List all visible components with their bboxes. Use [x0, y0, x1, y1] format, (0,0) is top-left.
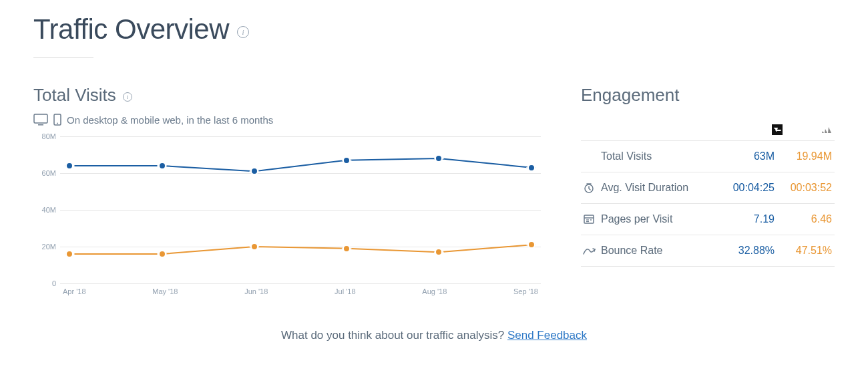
chart-x-tick: Aug '18	[422, 287, 447, 295]
info-icon[interactable]: i	[123, 92, 132, 102]
svg-point-3	[57, 123, 58, 124]
total-visits-subtitle: On desktop & mobile web, in the last 6 m…	[67, 114, 273, 126]
chart-x-axis: Apr '18May '18Jun '18Jul '18Aug '18Sep '…	[60, 287, 541, 295]
engagement-value-b: 6.46	[775, 213, 832, 225]
engagement-label: Bounce Rate	[597, 245, 717, 257]
title-divider	[33, 57, 93, 58]
total-visits-title-text: Total Visits	[33, 85, 116, 106]
svg-rect-0	[34, 114, 47, 123]
engagement-row-total-visits: Total Visits 63M 19.94M	[581, 140, 835, 172]
engagement-panel: Engagement Total Visits 63M	[581, 85, 835, 295]
bounce-icon	[581, 245, 597, 256]
chart-x-tick: Jul '18	[335, 287, 355, 295]
mobile-icon	[53, 114, 61, 126]
desktop-icon	[33, 114, 48, 126]
engagement-row-avg-duration: Avg. Visit Duration 00:04:25 00:03:52	[581, 172, 835, 203]
chart-point[interactable]	[527, 164, 535, 172]
engagement-value-b: 00:03:52	[775, 182, 832, 194]
chart-point[interactable]	[65, 250, 73, 258]
engagement-value-b: 47.51%	[775, 245, 832, 257]
engagement-value-a: 63M	[717, 150, 775, 162]
engagement-value-b: 19.94M	[775, 150, 832, 162]
chart-point[interactable]	[250, 167, 258, 175]
chart-point[interactable]	[343, 156, 351, 164]
chart-point[interactable]	[343, 245, 351, 253]
engagement-label: Total Visits	[597, 150, 717, 162]
chart-point[interactable]	[435, 248, 443, 256]
feedback-prompt: What do you think about our traffic anal…	[281, 329, 507, 342]
chart-x-tick: Apr '18	[63, 287, 86, 295]
chart-y-tick: 80M	[33, 132, 56, 140]
total-visits-title: Total Visits i	[33, 85, 541, 106]
brand-adidas-icon	[821, 124, 832, 135]
engagement-value-a: 7.19	[717, 213, 775, 225]
engagement-title: Engagement	[581, 85, 835, 106]
total-visits-panel: Total Visits i On desktop & mobile we	[33, 85, 541, 295]
svg-marker-16	[822, 131, 824, 133]
info-icon[interactable]: i	[237, 26, 249, 38]
chart-y-tick: 0	[33, 279, 56, 287]
engagement-row-pages-per-visit: Pages per Visit 7.19 6.46	[581, 203, 835, 235]
send-feedback-link[interactable]: Send Feedback	[507, 329, 587, 342]
page-title-row: Traffic Overview i	[33, 13, 835, 45]
brand-nike-icon	[772, 124, 783, 135]
chart-point[interactable]	[435, 154, 443, 162]
engagement-label: Pages per Visit	[597, 213, 717, 225]
total-visits-chart: 020M40M60M80M	[60, 136, 541, 283]
chart-point[interactable]	[158, 162, 166, 170]
svg-rect-20	[584, 215, 594, 223]
svg-marker-17	[825, 129, 827, 133]
chart-y-tick: 60M	[33, 169, 56, 177]
feedback-row: What do you think about our traffic anal…	[33, 329, 835, 342]
chart-y-tick: 40M	[33, 206, 56, 214]
chart-point[interactable]	[250, 243, 258, 251]
engagement-brands-row	[581, 124, 835, 140]
svg-marker-18	[828, 127, 831, 133]
engagement-value-a: 00:04:25	[717, 182, 775, 194]
chart-point[interactable]	[65, 162, 73, 170]
chart-x-tick: Jun '18	[244, 287, 268, 295]
clock-icon	[581, 182, 597, 194]
chart-point[interactable]	[158, 250, 166, 258]
chart-x-tick: Sep '18	[513, 287, 538, 295]
engagement-row-bounce-rate: Bounce Rate 32.88% 47.51%	[581, 235, 835, 267]
chart-y-tick: 20M	[33, 243, 56, 251]
svg-rect-1	[38, 124, 43, 126]
chart-point[interactable]	[527, 241, 535, 249]
chart-x-tick: May '18	[152, 287, 178, 295]
pages-icon	[581, 213, 597, 225]
total-visits-subtitle-row: On desktop & mobile web, in the last 6 m…	[33, 114, 541, 126]
page-title: Traffic Overview	[33, 13, 229, 45]
engagement-label: Avg. Visit Duration	[597, 182, 717, 194]
engagement-value-a: 32.88%	[717, 245, 775, 257]
